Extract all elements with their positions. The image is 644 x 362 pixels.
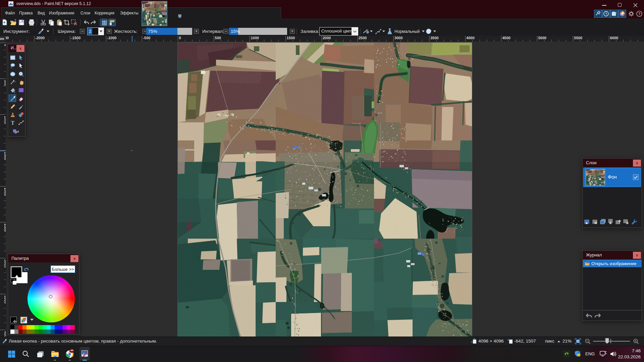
- svg-text:3500: 3500: [430, 36, 438, 40]
- svg-text:5000: 5000: [538, 36, 546, 40]
- svg-text:2500: 2500: [4, 224, 6, 232]
- svg-text:-1000: -1000: [107, 36, 116, 40]
- svg-text:0: 0: [4, 44, 6, 46]
- svg-text:T: T: [11, 120, 15, 126]
- svg-text:2500: 2500: [359, 36, 367, 40]
- svg-text:-500: -500: [143, 36, 150, 40]
- svg-text:2000: 2000: [323, 36, 331, 40]
- svg-text:!: !: [579, 354, 580, 357]
- svg-text:1000: 1000: [4, 116, 6, 124]
- svg-text:500: 500: [4, 80, 6, 86]
- svg-text:1000: 1000: [251, 36, 259, 40]
- svg-text:1500: 1500: [287, 36, 295, 40]
- svg-text:-1500: -1500: [71, 36, 80, 40]
- svg-text:3000: 3000: [4, 259, 6, 267]
- svg-text:1500: 1500: [4, 152, 6, 160]
- svg-text:3500: 3500: [4, 295, 6, 303]
- svg-text:0: 0: [179, 36, 181, 40]
- svg-text:6000: 6000: [610, 36, 618, 40]
- svg-text:500: 500: [215, 36, 221, 40]
- svg-text:4000: 4000: [466, 36, 474, 40]
- svg-text:5500: 5500: [574, 36, 582, 40]
- svg-text:4500: 4500: [502, 36, 510, 40]
- svg-text:?: ?: [638, 12, 641, 16]
- svg-text:3000: 3000: [394, 36, 402, 40]
- svg-text:2000: 2000: [4, 188, 6, 196]
- svg-text:4000: 4000: [4, 331, 6, 337]
- svg-text:-2000: -2000: [35, 36, 45, 40]
